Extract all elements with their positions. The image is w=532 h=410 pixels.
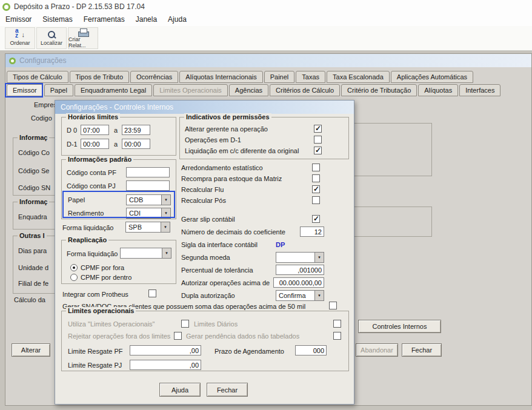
enquadra-label: Enquadra [18,213,47,221]
configuracoes-titlebar[interactable]: Configurações [5,54,531,67]
sigla-value: DP [276,241,285,248]
integrar-protheus-checkbox[interactable] [148,289,156,297]
ajuda-button[interactable]: Ajuda [159,383,201,397]
rejeitar-operacoes-label: Rejeitar operações fora dos limites [68,332,170,340]
gerar-sna-checkbox[interactable] [329,302,337,309]
papel-label: Papel [68,196,85,204]
limite-resgate-pj-input[interactable] [130,360,201,370]
dupla-autorizacao-label: Dupla autorização [181,292,235,300]
recompra-checkbox[interactable] [312,174,320,182]
tab-ocorrencias[interactable]: Ocorrências [130,71,178,83]
fechar-button[interactable]: Fechar [402,343,442,357]
tab-agencias[interactable]: Agências [229,84,268,96]
tab-limites-operacionais: Limites Operacionais [153,84,228,96]
limites-legend: Limites operacionais [66,307,136,314]
recompra-label: Recompra para estoque da Matriz [181,175,282,183]
tab-enquadramento-legal[interactable]: Enquadramento Legal [75,84,152,96]
alterar-gerente-label: Alterar gerente na operação [185,125,268,133]
horarios-legend: Horários limites [66,113,120,121]
forma-liquidacao-value: SPB [128,223,142,231]
filial-label: Filial de fe [18,280,48,288]
cpmf-por-fora-radio[interactable] [70,264,78,271]
recalcular-flu-label: Recalcular Flu [181,186,224,194]
controles-internos-button[interactable]: Controles Internos [358,320,441,333]
d0-from-input[interactable] [81,125,109,135]
limites-diarios-checkbox [333,320,341,328]
calculo-label: Cálculo da [14,296,45,304]
sigla-label: Sigla da interface contábil [181,241,258,249]
group-indicativos-permissoes: Indicativos de permissões Alterar gerent… [179,117,349,159]
toolbar: az↓ Ordenar Localizar Criar Relat... [0,26,532,51]
tab-interfaces[interactable]: Interfaces [459,84,500,96]
codigo-se-label: Código Se [18,167,49,175]
localizar-button[interactable]: Localizar [36,27,67,49]
menu-ferramentas[interactable]: Ferramentas [78,13,130,26]
chevron-down-icon[interactable]: ▼ [161,222,170,232]
codigo-conta-pj-input[interactable] [126,180,170,191]
codigo-conta-pf-input[interactable] [126,167,170,177]
forma-liquidacao-combobox[interactable]: SPB ▼ [125,222,170,233]
group-informacoes-2-legend: Informaç [18,198,49,205]
dialog-fechar-button[interactable]: Fechar [207,383,248,397]
d1-to-input[interactable] [122,139,150,149]
operacoes-d1-label: Operações em D-1 [185,136,241,144]
permissoes-legend: Indicativos de permissões [184,113,271,121]
gerar-pendencia-checkbox [333,332,341,340]
rejeitar-operacoes-checkbox [174,332,182,340]
limite-resgate-pf-input[interactable] [130,345,201,355]
tab-papel[interactable]: Papel [44,84,73,96]
tab-tipos-de-calculo[interactable]: Tipos de Cálculo [7,71,68,83]
tab-painel[interactable]: Painel [264,71,295,83]
utiliza-limites-label: Utiliza "Limites Operacionais" [68,320,155,328]
recalcular-pos-label: Recalcular Pós [181,197,226,205]
gerar-slip-label: Gerar slip contábil [181,216,235,223]
tab-aliquotas-internacionais[interactable]: Alíquotas Internacionais [179,71,262,83]
tab-emissor[interactable]: Emissor [7,84,43,96]
dupla-autorizacao-combobox[interactable]: Confirma ▼ [276,290,324,301]
alterar-button[interactable]: Alterar [12,343,50,357]
decimais-input[interactable] [300,226,324,237]
arredondamento-checkbox[interactable] [312,164,320,171]
segunda-moeda-combobox[interactable]: ▼ [276,252,324,263]
recalcular-pos-checkbox[interactable] [312,196,320,204]
alterar-gerente-checkbox[interactable] [314,125,322,133]
prazo-agendamento-label: Prazo de Agendamento [214,348,284,355]
chevron-down-icon[interactable]: ▼ [314,291,324,300]
tab-criterio-de-tributacao[interactable]: Critério de Tributação [341,84,417,96]
gerar-slip-checkbox[interactable] [312,215,320,223]
tab-taxas[interactable]: Taxas [296,71,325,83]
tab-aplicacoes-automaticas[interactable]: Aplicações Automáticas [391,71,473,83]
d1-from-input[interactable] [81,139,109,149]
tab-tipos-de-tributo[interactable]: Tipos de Tributo [70,71,129,83]
cpmf-por-dentro-radio[interactable] [70,274,78,281]
menu-emissor[interactable]: Emissor [0,13,37,26]
menu-sistemas[interactable]: Sistemas [37,13,78,26]
d0-label: D 0 [67,127,77,134]
tab-taxa-escalonada[interactable]: Taxa Escalonada [327,71,390,83]
menu-janela[interactable]: Janela [130,13,162,26]
d0-to-input[interactable] [122,125,150,135]
group-informacoes-padrao: Informações padrão Código conta PF Códig… [61,159,176,219]
menu-ajuda[interactable]: Ajuda [162,13,192,26]
autorizar-acima-input[interactable] [273,277,324,288]
percentual-tolerancia-input[interactable] [276,265,324,275]
codigo-sn-label: Código SN [18,184,50,192]
dialog-titlebar[interactable]: Configurações - Controles Internos [55,101,354,114]
reaplicacao-forma-combobox[interactable]: ▼ [120,248,171,259]
operacoes-d1-checkbox[interactable] [314,136,322,144]
chevron-down-icon[interactable]: ▼ [314,253,324,262]
ordenar-button[interactable]: az↓ Ordenar [5,27,35,49]
recalcular-flu-checkbox[interactable] [312,185,320,193]
rendimento-combobox[interactable]: CDI ▼ [126,208,171,219]
prazo-agendamento-input[interactable] [295,345,327,355]
tab-aliquotas[interactable]: Alíquotas [418,84,458,96]
tab-criterios-de-calculo[interactable]: Critérios de Cálculo [270,84,340,96]
limites-diarios-label: Limites Diários [194,320,238,328]
papel-combobox[interactable]: CDB ▼ [126,194,171,205]
chevron-down-icon[interactable]: ▼ [162,248,171,258]
chevron-down-icon[interactable]: ▼ [161,195,170,205]
chevron-down-icon[interactable]: ▼ [161,208,170,218]
menubar: Emissor Sistemas Ferramentas Janela Ajud… [0,13,532,26]
liquidacao-cc-checkbox[interactable] [314,147,322,154]
criar-relatorio-button[interactable]: Criar Relat... [68,27,98,49]
